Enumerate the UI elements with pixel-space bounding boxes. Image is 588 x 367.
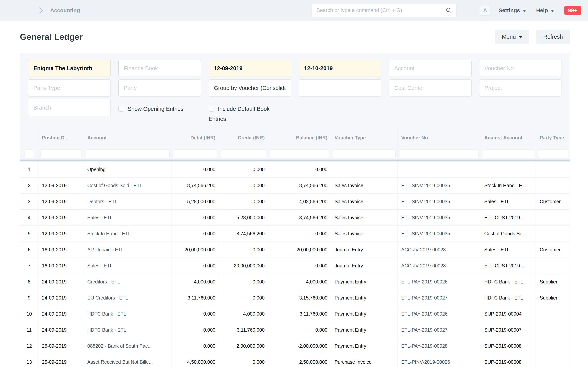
column-filter-input-posting_date[interactable] (40, 150, 82, 158)
cell-against_account: Stock In Hand - E... (481, 177, 536, 193)
empty-filter[interactable] (299, 79, 381, 97)
cell-voucher_no[interactable]: ETL-SINV-2019-00035 (398, 193, 481, 209)
datatable: Posting D...AccountDebit (INR)Credit (IN… (20, 127, 570, 367)
cell-account[interactable]: EU Creditors - ETL (84, 290, 172, 306)
column-header-idx[interactable] (20, 127, 39, 148)
column-header-debit[interactable]: Debit (INR) (172, 127, 219, 148)
cell-voucher_no[interactable]: ETL-PINV-2019-00026 (398, 354, 481, 367)
cell-against_account: Sales - ETL (481, 193, 536, 209)
branch-filter[interactable] (28, 99, 111, 116)
column-header-voucher_no[interactable]: Voucher No (398, 127, 481, 148)
include-default-book-checkbox-group[interactable]: Include Default Book Entries (209, 104, 278, 124)
search-input[interactable] (312, 4, 456, 17)
company-filter[interactable] (28, 60, 111, 77)
column-filter-input-idx[interactable] (24, 150, 34, 158)
cell-voucher_no[interactable]: ETL-PAY-2019-00028 (398, 338, 481, 354)
cell-balance: 0.000 (268, 161, 331, 177)
column-filter-cell (481, 148, 536, 159)
cell-against_account: ETL-CUST-2019-... (481, 210, 536, 225)
help-menu[interactable]: Help (536, 7, 554, 14)
column-header-against_account[interactable]: Against Account (481, 127, 536, 148)
cell-idx: 3 (20, 193, 39, 209)
cell-voucher_no[interactable]: ETL-SINV-2019-00035 (398, 210, 481, 225)
column-filter-input-party_type[interactable] (538, 150, 568, 158)
notifications-badge[interactable]: 99+ (564, 6, 581, 15)
column-filter-input-balance[interactable] (270, 150, 329, 158)
cell-voucher_no (398, 161, 481, 177)
table-row: 824-09-2019Creditors - ETL4,000.0000.000… (20, 274, 570, 290)
cell-debit: 5,28,000.000 (172, 193, 219, 209)
cost-center-filter[interactable] (389, 79, 472, 97)
group-by-select[interactable] (209, 79, 291, 97)
cell-account[interactable]: Sales - ETL (84, 258, 172, 274)
checkbox-icon[interactable] (209, 106, 214, 112)
column-filter-input-voucher_type[interactable] (333, 150, 396, 158)
refresh-button[interactable]: Refresh (536, 30, 570, 44)
table-column-filter-row (20, 148, 570, 159)
cell-account[interactable]: AR Unpaid - ETL (84, 242, 172, 258)
cell-party_type (536, 177, 570, 193)
cell-account[interactable]: Asset Received But Not Bille... (84, 354, 172, 367)
settings-menu[interactable]: Settings (499, 7, 526, 14)
cell-voucher_no[interactable]: ETL-PAY-2019-00026 (398, 274, 481, 290)
column-filter-input-credit[interactable] (221, 150, 266, 158)
project-filter[interactable] (479, 79, 562, 97)
cell-debit: 0.000 (172, 226, 219, 242)
cell-against_account: SUP-2019-00004 (481, 306, 536, 322)
column-header-party_type[interactable]: Party Type (536, 127, 570, 148)
page-title: General Ledger (20, 32, 495, 42)
cell-against_account (481, 161, 536, 177)
cell-account[interactable]: Creditors - ETL (84, 274, 172, 290)
cell-balance: 3,15,760.000 (268, 290, 331, 306)
column-header-posting_date[interactable]: Posting D... (39, 127, 84, 148)
voucher-no-filter[interactable] (479, 60, 562, 77)
checkbox-icon[interactable] (118, 106, 124, 112)
column-filter-input-voucher_no[interactable] (400, 150, 479, 158)
cell-balance: 14,02,566.200 (268, 193, 331, 209)
cell-account[interactable]: 088202 - Bank of South Pac... (84, 338, 172, 354)
cell-voucher_no[interactable]: ETL-SINV-2019-00035 (398, 177, 481, 193)
party-filter[interactable] (118, 79, 201, 97)
column-filter-input-account[interactable] (86, 150, 169, 158)
horizontal-scrollbar[interactable] (20, 159, 570, 161)
column-header-voucher_type[interactable]: Voucher Type (331, 127, 398, 148)
column-header-account[interactable]: Account (84, 127, 172, 148)
cell-debit: 0.000 (172, 306, 219, 322)
cell-account[interactable]: HDFC Bank - ETL (84, 306, 172, 322)
cell-voucher_no[interactable]: ETL-SINV-2019-00035 (398, 226, 481, 242)
breadcrumb[interactable]: Accounting (39, 7, 80, 14)
cell-account[interactable]: Stock In Hand - ETL (84, 226, 172, 242)
account-filter[interactable] (389, 60, 472, 77)
avatar[interactable]: A (480, 5, 491, 16)
from-date-filter[interactable] (209, 60, 291, 77)
cell-voucher_no[interactable]: ACC-JV-2019-00028 (398, 242, 481, 258)
column-header-balance[interactable]: Balance (INR) (268, 127, 331, 148)
column-filter-input-debit[interactable] (174, 150, 217, 158)
breadcrumb-label[interactable]: Accounting (50, 7, 80, 14)
cell-account[interactable]: Cost of Goods Sold - ETL (84, 177, 172, 193)
column-header-credit[interactable]: Credit (INR) (219, 127, 268, 148)
table-row: 1Opening0.0000.0000.000 (20, 161, 570, 177)
table-row: 1325-09-2019Asset Received But Not Bille… (20, 354, 570, 367)
cell-against_account: HDFC Bank - ETL (481, 274, 536, 290)
cell-voucher_no[interactable]: ACC-JV-2019-00028 (398, 258, 481, 274)
cell-account[interactable]: Debtors - ETL (84, 193, 172, 209)
cell-voucher_no[interactable]: ETL-PAY-2019-00026 (398, 306, 481, 322)
table-row: 412-09-2019Sales - ETL0.0005,28,000.0008… (20, 210, 570, 226)
cell-voucher_no[interactable]: ETL-PAY-2019-00027 (398, 322, 481, 338)
show-opening-entries-checkbox-group[interactable]: Show Opening Entries (118, 104, 201, 114)
cell-voucher_type: Sales Invoice (331, 210, 398, 225)
to-date-filter[interactable] (299, 60, 381, 77)
finance-book-filter[interactable] (118, 60, 201, 77)
cell-account[interactable]: HDFC Bank - ETL (84, 322, 172, 338)
table-row: 1225-09-2019088202 - Bank of South Pac..… (20, 338, 570, 354)
cell-voucher_type: Sales Invoice (331, 177, 398, 193)
table-body: 1Opening0.0000.0000.000212-09-2019Cost o… (20, 161, 570, 367)
cell-posting_date: 24-09-2019 (39, 274, 84, 290)
column-filter-input-against_account[interactable] (483, 150, 534, 158)
cell-voucher_no[interactable]: ETL-PAY-2019-00027 (398, 290, 481, 306)
party-type-filter[interactable] (28, 79, 111, 97)
table-row: 1024-09-2019HDFC Bank - ETL0.0004,000.00… (20, 306, 570, 322)
cell-account[interactable]: Sales - ETL (84, 210, 172, 225)
menu-button[interactable]: Menu (495, 30, 530, 44)
